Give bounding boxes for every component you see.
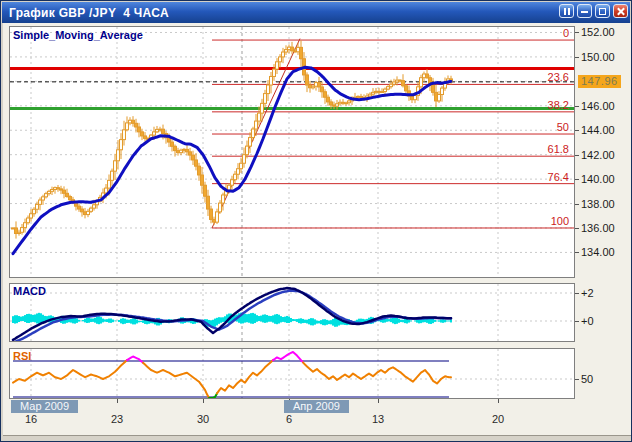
- price-axis-label: 134.00: [581, 246, 615, 258]
- rsi-chart-canvas[interactable]: [1, 348, 632, 399]
- x-tick-label: 13: [372, 413, 384, 425]
- price-axis-label: 152.00: [581, 26, 615, 38]
- price-axis-label: 150.00: [581, 51, 615, 63]
- month-badge: Апр 2009: [284, 400, 349, 413]
- fib-level-label: 50: [557, 121, 569, 133]
- macd-chart-canvas[interactable]: [1, 283, 632, 342]
- pin-button[interactable]: [559, 4, 574, 18]
- close-x-icon: [614, 5, 627, 17]
- fib-level-label: 76.4: [548, 171, 569, 183]
- macd-indicator-label: MACD: [13, 285, 46, 297]
- fib-level-label: 23.6: [548, 71, 569, 83]
- maximize-icon: [596, 5, 609, 17]
- price-axis-tick: [575, 252, 579, 253]
- macd-axis-tick: [575, 321, 579, 322]
- price-axis-tick: [575, 32, 579, 33]
- x-tick-label: 20: [492, 413, 504, 425]
- window-bottom-frame: [3, 435, 631, 442]
- price-axis-label: 146.00: [581, 100, 615, 112]
- title-bar[interactable]: График GBP /JPY 4 ЧАСА: [2, 2, 630, 23]
- time-axis-tick: [203, 399, 204, 403]
- rsi-axis-tick: [575, 379, 579, 380]
- x-tick-label: 30: [197, 413, 209, 425]
- time-axis-tick: [498, 399, 499, 403]
- chart-window: График GBP /JPY 4 ЧАСА Simple_Moving_Ave…: [0, 0, 632, 442]
- maximize-button[interactable]: [595, 4, 610, 18]
- sma-indicator-label: Simple_Moving_Average: [13, 29, 143, 41]
- price-axis-label: 142.00: [581, 149, 615, 161]
- macd-axis-label: +2: [581, 287, 594, 299]
- price-axis-tick: [575, 130, 579, 131]
- minimize-button[interactable]: [577, 4, 592, 18]
- minimize-icon: [578, 5, 591, 17]
- x-tick-label: 23: [111, 413, 123, 425]
- price-axis-label: 136.00: [581, 222, 615, 234]
- x-tick-label: 16: [25, 413, 37, 425]
- window-controls: [559, 4, 628, 18]
- rsi-axis-label: 50: [581, 373, 593, 385]
- price-axis-tick: [575, 179, 579, 180]
- price-axis-label: 144.00: [581, 124, 615, 136]
- price-axis-tick: [575, 155, 579, 156]
- window-title: График GBP /JPY 4 ЧАСА: [2, 6, 169, 20]
- pause-bars-icon: [560, 5, 573, 17]
- fib-level-label: 100: [551, 215, 569, 227]
- price-axis-tick: [575, 106, 579, 107]
- time-axis-tick: [378, 399, 379, 403]
- price-axis-label: 138.00: [581, 198, 615, 210]
- fib-level-label: 0: [563, 27, 569, 39]
- price-axis-tick: [575, 228, 579, 229]
- macd-axis-label: +0: [581, 315, 594, 327]
- rsi-indicator-label: RSI: [13, 350, 31, 362]
- macd-axis-tick: [575, 293, 579, 294]
- fib-level-label: 61.8: [548, 143, 569, 155]
- price-chart-canvas[interactable]: [1, 26, 632, 278]
- close-button[interactable]: [613, 4, 628, 18]
- time-axis-tick: [117, 399, 118, 403]
- price-axis-tick: [575, 57, 579, 58]
- x-tick-label: 6: [286, 413, 292, 425]
- current-price-badge: 147.96: [578, 75, 621, 88]
- price-axis-label: 140.00: [581, 173, 615, 185]
- price-axis-tick: [575, 204, 579, 205]
- month-badge: Мар 2009: [11, 400, 78, 413]
- fib-level-label: 38.2: [548, 99, 569, 111]
